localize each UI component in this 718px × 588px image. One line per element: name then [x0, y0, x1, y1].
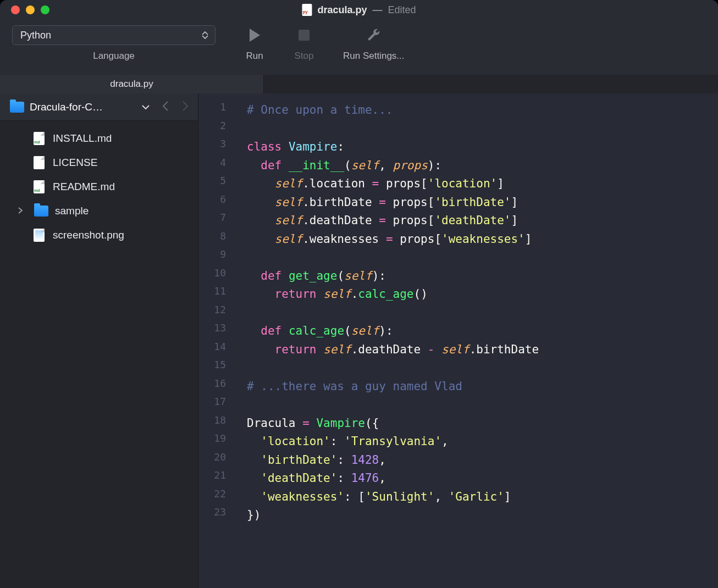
line-number: 5: [198, 175, 235, 193]
tree-folder[interactable]: sample: [0, 199, 198, 223]
file-tree: INSTALL.mdLICENSEREADME.mdsamplescreensh…: [0, 121, 198, 253]
chevron-right-icon[interactable]: [13, 207, 27, 215]
code-editor[interactable]: 1234567891011121314151617181920212223 # …: [198, 93, 718, 588]
file-icon: [32, 229, 46, 242]
code-line[interactable]: 'deathDate': 1476,: [247, 469, 718, 488]
line-number: 14: [198, 341, 235, 359]
line-number: 10: [198, 267, 235, 286]
code-line[interactable]: # ...there was a guy named Vlad: [247, 378, 718, 396]
code-line[interactable]: [247, 359, 718, 378]
tab-label: dracula.py: [110, 79, 153, 90]
body-split: Dracula-for-C… INSTALL.mdLICENSEREADME.m…: [0, 93, 718, 588]
code-line[interactable]: self.birthDate = props['birthDate']: [247, 193, 718, 212]
tab-dracula-py[interactable]: dracula.py: [0, 75, 264, 93]
stop-icon: [297, 29, 311, 42]
run-settings-label: Run Settings...: [343, 51, 405, 62]
tree-item-label: INSTALL.md: [53, 132, 112, 145]
language-select-value: Python: [20, 30, 51, 41]
python-file-icon: [302, 4, 312, 16]
tree-item-label: LICENSE: [53, 157, 97, 169]
run-group: Run: [244, 25, 265, 62]
line-number: 11: [198, 285, 235, 304]
close-window-button[interactable]: [11, 5, 20, 14]
line-number: 16: [198, 378, 235, 396]
chevron-up-down-icon: [202, 31, 208, 39]
code-line[interactable]: self.location = props['location']: [247, 175, 718, 193]
line-number: 4: [198, 157, 235, 175]
code-line[interactable]: self.deathDate = props['deathDate']: [247, 212, 718, 230]
folder-icon: [10, 102, 24, 113]
minimize-window-button[interactable]: [26, 5, 35, 14]
tab-strip-empty: [264, 75, 718, 93]
stop-button[interactable]: [294, 25, 314, 45]
tree-item-label: screenshot.png: [53, 229, 124, 241]
run-settings-group: Run Settings...: [343, 25, 405, 62]
code-line[interactable]: self.weaknesses = props['weaknesses']: [247, 230, 718, 249]
code-line[interactable]: 'birthDate': 1428,: [247, 451, 718, 470]
stop-label: Stop: [295, 51, 314, 62]
folder-icon: [34, 206, 48, 217]
code-line[interactable]: return self.deathDate - self.birthDate: [247, 341, 718, 359]
code-line[interactable]: return self.calc_age(): [247, 285, 718, 304]
tree-file[interactable]: LICENSE: [0, 151, 198, 175]
run-settings-button[interactable]: [363, 25, 384, 45]
run-label: Run: [246, 51, 263, 62]
tree-file[interactable]: README.md: [0, 175, 198, 199]
tab-strip: dracula.py: [0, 75, 718, 93]
line-number: 17: [198, 396, 235, 414]
line-number: 12: [198, 304, 235, 323]
code-line[interactable]: class Vampire:: [247, 138, 718, 157]
tree-file[interactable]: screenshot.png: [0, 223, 198, 247]
line-number: 21: [198, 469, 235, 488]
file-sidebar: Dracula-for-C… INSTALL.mdLICENSEREADME.m…: [0, 93, 198, 588]
code-line[interactable]: [247, 120, 718, 138]
language-select[interactable]: Python: [12, 25, 216, 45]
code-line[interactable]: }): [247, 506, 718, 525]
nav-forward-button[interactable]: [178, 99, 192, 115]
wrench-icon: [366, 28, 382, 42]
line-number: 2: [198, 120, 235, 138]
line-number: 18: [198, 414, 235, 433]
code-line[interactable]: [247, 304, 718, 323]
app-window: dracula.py — Edited Python Language Run: [0, 0, 718, 588]
tree-item-label: sample: [55, 205, 89, 217]
line-number: 3: [198, 138, 235, 157]
line-number: 7: [198, 212, 235, 230]
code-content[interactable]: # Once upon a time... class Vampire: def…: [235, 93, 718, 588]
code-line[interactable]: 'location': 'Transylvania',: [247, 432, 718, 451]
window-title-filename: dracula.py: [317, 4, 367, 16]
code-line[interactable]: 'weaknesses': ['Sunlight', 'Garlic']: [247, 488, 718, 507]
tree-file[interactable]: INSTALL.md: [0, 126, 198, 151]
line-number: 6: [198, 193, 235, 212]
code-line[interactable]: def __init__(self, props):: [247, 157, 718, 175]
traffic-lights: [0, 5, 49, 14]
line-number: 1: [198, 101, 235, 120]
line-number: 8: [198, 230, 235, 249]
file-icon: [32, 180, 46, 193]
code-line[interactable]: def get_age(self):: [247, 267, 718, 286]
title-separator: —: [373, 4, 383, 16]
code-line[interactable]: def calc_age(self):: [247, 322, 718, 341]
svg-rect-0: [299, 30, 310, 41]
stop-group: Stop: [294, 25, 314, 62]
code-line[interactable]: [247, 396, 718, 414]
window-title-state: Edited: [388, 4, 416, 16]
sidebar-path-header[interactable]: Dracula-for-C…: [0, 93, 198, 121]
line-number: 19: [198, 432, 235, 451]
line-number: 20: [198, 451, 235, 470]
run-button[interactable]: [244, 25, 265, 45]
code-line[interactable]: # Once upon a time...: [247, 101, 718, 120]
language-group: Python Language: [12, 25, 216, 62]
chevron-down-icon[interactable]: [139, 102, 153, 112]
nav-back-button[interactable]: [158, 99, 173, 115]
line-number: 13: [198, 322, 235, 341]
play-icon: [247, 27, 262, 43]
title-bar: dracula.py — Edited: [0, 0, 718, 20]
code-line[interactable]: Dracula = Vampire({: [247, 414, 718, 433]
code-line[interactable]: [247, 248, 718, 267]
file-icon: [32, 156, 46, 169]
toolbar: Python Language Run Stop Ru: [0, 20, 718, 75]
language-label: Language: [93, 51, 135, 62]
maximize-window-button[interactable]: [41, 5, 49, 14]
line-number-gutter: 1234567891011121314151617181920212223: [198, 93, 235, 588]
